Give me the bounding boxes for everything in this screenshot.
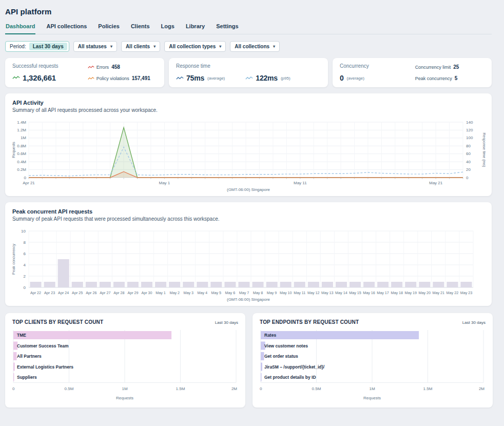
svg-text:40: 40 [466, 160, 471, 164]
svg-text:Response time (ms): Response time (ms) [482, 132, 486, 167]
svg-text:Get order status: Get order status [264, 354, 298, 359]
tab-settings[interactable]: Settings [216, 23, 239, 34]
svg-text:May 4: May 4 [198, 291, 208, 295]
svg-text:Apr 29: Apr 29 [127, 291, 138, 295]
svg-text:1.5M: 1.5M [423, 386, 433, 391]
svg-text:May 23: May 23 [460, 291, 473, 295]
period-value-chip[interactable]: Last 30 days [29, 43, 67, 50]
top-clients-card: TOP CLIENTS BY REQUEST COUNT Last 30 day… [5, 313, 245, 408]
svg-text:100: 100 [466, 135, 473, 140]
peak-concurrency-label: Peak concurrency [415, 76, 452, 81]
svg-text:TME: TME [17, 333, 26, 338]
svg-text:20: 20 [466, 167, 471, 172]
svg-text:0: 0 [260, 386, 262, 391]
svg-text:Apr 23: Apr 23 [44, 291, 55, 295]
concurrency-suffix: (average) [347, 76, 364, 81]
concurrency-limit-label: Concurrency limit [415, 65, 451, 70]
stats-row: Successful requests 1,326,661 Errors 458… [5, 58, 492, 87]
tab-api-collections[interactable]: API collections [46, 23, 87, 34]
svg-text:4: 4 [24, 263, 26, 267]
svg-text:Apr 28: Apr 28 [113, 291, 124, 295]
tab-bar: Dashboard API collections Policies Clien… [5, 23, 492, 34]
svg-text:Apr 25: Apr 25 [72, 291, 83, 295]
svg-text:1.5M: 1.5M [176, 386, 185, 391]
svg-text:May 5: May 5 [211, 291, 222, 295]
api-activity-subtitle: Summary of all API requests processed ac… [12, 107, 486, 113]
svg-text:JiraSM – /support/{ticket_id}/: JiraSM – /support/{ticket_id}/ [264, 364, 325, 370]
svg-text:External Logistics Partners: External Logistics Partners [17, 364, 73, 370]
successful-requests-label: Successful requests [12, 63, 88, 69]
svg-text:Rates: Rates [264, 333, 276, 338]
svg-text:May 1: May 1 [156, 291, 166, 295]
tab-library[interactable]: Library [185, 23, 205, 34]
svg-text:0: 0 [24, 176, 27, 180]
svg-text:140: 140 [466, 120, 473, 125]
errors-trend-icon [88, 65, 94, 69]
chevron-down-icon: ▾ [110, 45, 112, 49]
response-avg-trend-icon [176, 76, 184, 81]
svg-text:Requests: Requests [363, 396, 381, 400]
svg-text:May 12: May 12 [307, 291, 320, 295]
tab-policies[interactable]: Policies [98, 23, 120, 34]
api-activity-title: API Activity [12, 100, 486, 106]
peak-concurrency-subtitle: Summary of peak API requests that were p… [12, 216, 486, 222]
policy-violations-value: 157,491 [132, 75, 150, 81]
svg-text:May 14: May 14 [335, 291, 347, 295]
svg-text:May 1: May 1 [159, 181, 170, 185]
svg-text:Requests: Requests [11, 142, 16, 158]
svg-text:All Partners: All Partners [17, 354, 42, 359]
page: API platform Dashboard API collections P… [0, 0, 504, 408]
collection-types-filter-dropdown[interactable]: All collection types ▾ [164, 41, 226, 52]
period-label: Period: [10, 44, 26, 49]
tab-logs[interactable]: Logs [161, 23, 175, 34]
collections-filter-dropdown[interactable]: All collections ▾ [230, 41, 280, 52]
clients-filter-dropdown[interactable]: All clients ▾ [121, 41, 160, 52]
response-p95-trend-icon [245, 76, 253, 81]
svg-text:0.5M: 0.5M [65, 386, 74, 391]
tab-clients[interactable]: Clients [130, 23, 150, 34]
svg-text:0: 0 [24, 285, 26, 290]
top-endpoints-card: TOP ENDPOINTS BY REQUEST COUNT Last 30 d… [253, 313, 493, 408]
svg-text:May 18: May 18 [391, 291, 403, 295]
successful-requests-card: Successful requests 1,326,661 Errors 458… [5, 58, 164, 87]
peak-timezone: (GMT-06:00) Singapore [11, 297, 486, 302]
svg-text:2M: 2M [231, 386, 237, 391]
response-p95-value: 122ms [256, 74, 278, 82]
svg-text:60: 60 [466, 151, 471, 156]
api-activity-card: API Activity Summary of all API requests… [5, 93, 492, 196]
svg-text:May 21: May 21 [433, 291, 445, 295]
svg-text:May 20: May 20 [419, 291, 431, 295]
peak-concurrency-value: 5 [455, 75, 458, 81]
svg-text:May 19: May 19 [404, 291, 417, 295]
policy-violations-label: Policy violations [96, 76, 129, 81]
concurrency-limit-value: 25 [453, 64, 459, 70]
svg-text:2M: 2M [479, 386, 484, 391]
svg-text:View customer notes: View customer notes [264, 343, 308, 348]
top-clients-title: TOP CLIENTS BY REQUEST COUNT [12, 319, 103, 325]
response-p95-suffix: (p95) [281, 76, 290, 81]
svg-text:0.2M: 0.2M [17, 167, 26, 172]
tab-dashboard[interactable]: Dashboard [5, 23, 35, 34]
trend-up-icon [12, 75, 20, 80]
top-endpoints-period: Last 30 days [462, 320, 486, 325]
statuses-filter-dropdown[interactable]: All statuses ▾ [73, 41, 117, 52]
top-endpoints-chart: 00.5M1M1.5M2MRatesView customer notesGet… [260, 329, 486, 403]
svg-text:8: 8 [24, 240, 26, 245]
svg-text:1M: 1M [122, 386, 127, 391]
period-filter[interactable]: Period: Last 30 days [5, 41, 69, 52]
svg-text:Customer Success Team: Customer Success Team [17, 343, 69, 348]
svg-text:0: 0 [12, 386, 15, 391]
svg-text:May 11: May 11 [294, 181, 307, 185]
svg-text:1.2M: 1.2M [17, 128, 26, 132]
svg-text:Requests: Requests [116, 396, 133, 400]
svg-text:Apr 26: Apr 26 [86, 291, 96, 295]
svg-text:1M: 1M [369, 386, 375, 391]
top-endpoints-title: TOP ENDPOINTS BY REQUEST COUNT [260, 319, 359, 325]
collections-filter-label: All collections [235, 44, 269, 49]
svg-text:Apr 24: Apr 24 [58, 291, 69, 295]
svg-text:May 10: May 10 [280, 291, 292, 295]
svg-text:Apr 30: Apr 30 [141, 291, 152, 295]
peak-concurrency-card: Peak concurrent API requests Summary of … [5, 202, 492, 306]
svg-text:May 15: May 15 [349, 291, 361, 295]
svg-text:May 2: May 2 [169, 291, 180, 295]
